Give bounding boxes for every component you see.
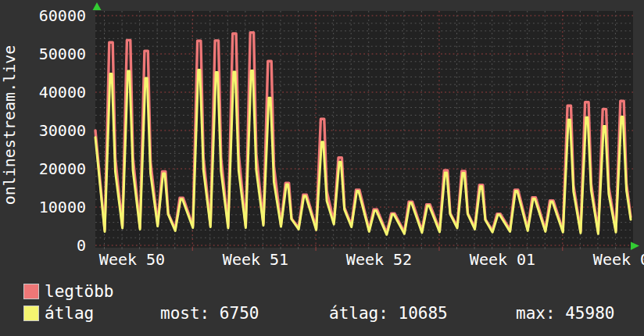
x-axis-arrow-icon (631, 242, 639, 251)
y-axis-label: 30000 (0, 121, 86, 140)
stat-atlag: átlag: 10685 (329, 304, 448, 323)
stat-max: max: 45980 (516, 304, 614, 323)
legend-swatch-legtobb (23, 284, 39, 299)
y-axis-label: 40000 (0, 83, 86, 102)
y-axis-label: 60000 (0, 6, 86, 25)
x-axis-label: Week 02 (509, 250, 644, 269)
legend-label-atlag: átlag (45, 304, 94, 323)
y-axis-arrow-icon (93, 2, 102, 10)
y-axis-label: 10000 (0, 198, 86, 216)
legend-swatch-atlag (23, 306, 39, 321)
stat-most: most: 6750 (160, 304, 259, 323)
legend-label-legtobb: legtöbb (45, 282, 114, 301)
y-axis-label: 20000 (0, 159, 86, 178)
y-axis-label: 50000 (0, 45, 86, 63)
graph-canvas: onlinestream.live 0100002000030000400005… (0, 0, 644, 336)
